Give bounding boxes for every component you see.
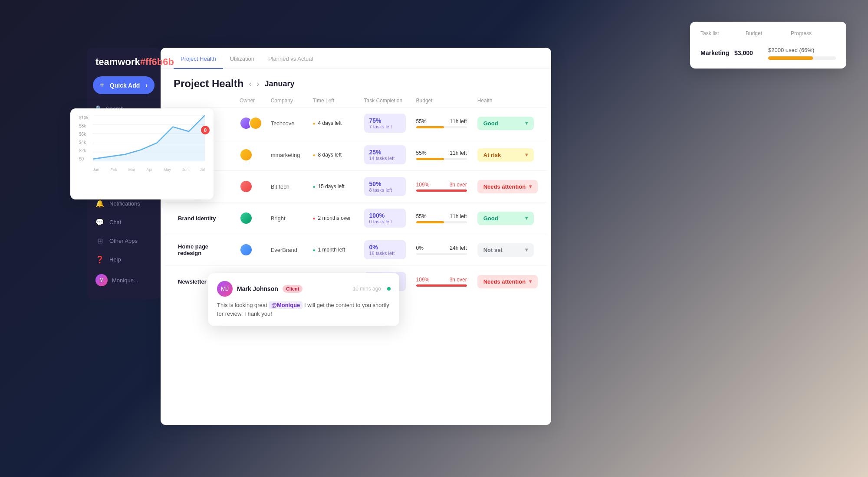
health-badge[interactable]: Needs attention▾ bbox=[477, 180, 538, 193]
plus-icon: + bbox=[100, 81, 105, 90]
task-pct: 25% bbox=[369, 149, 401, 156]
user-profile-row[interactable]: M Monique... bbox=[91, 270, 156, 291]
company-cell: Bit tech bbox=[266, 171, 308, 203]
task-sub: 16 tasks left bbox=[369, 251, 401, 256]
col-header-time: Time Left bbox=[307, 94, 358, 108]
budget-cell: 55% 11h left bbox=[411, 108, 472, 139]
budget-content: 55% 11h left bbox=[416, 118, 467, 128]
col-header-budget: Budget bbox=[411, 94, 472, 108]
logo-dot: #ff6b6b bbox=[140, 56, 174, 67]
project-name-cell: Home page redesign bbox=[165, 234, 234, 266]
task-completion-box: 100%0 tasks left bbox=[364, 209, 406, 228]
budget-top: 109% 3h over bbox=[416, 182, 467, 188]
task-sub: 7 tasks left bbox=[369, 124, 401, 129]
budget-bar-fill bbox=[416, 126, 444, 128]
chat-sender-avatar: MJ bbox=[217, 281, 233, 297]
tab-utilization[interactable]: Utilization bbox=[223, 48, 261, 69]
task-completion-box: 50%8 tasks left bbox=[364, 177, 406, 196]
time-dot: ● bbox=[312, 216, 315, 221]
health-label: Not set bbox=[483, 247, 503, 253]
budget-time: 24h left bbox=[450, 245, 467, 251]
task-pct: 0% bbox=[369, 244, 401, 251]
main-tabs: Project Health Utilization Planned vs Ac… bbox=[161, 48, 551, 69]
tooltip-budget-label: Budget bbox=[746, 30, 791, 36]
health-label: Good bbox=[483, 120, 498, 127]
y-label-2k: $2k bbox=[79, 148, 89, 153]
col-header-owner: Owner bbox=[234, 94, 266, 108]
budget-time: 11h left bbox=[450, 213, 467, 219]
tab-project-health[interactable]: Project Health bbox=[174, 48, 223, 69]
task-pct: 75% bbox=[369, 117, 401, 124]
chat-message-body: This is looking great @Monique I will ge… bbox=[217, 301, 391, 318]
app-logo: teamwork#ff6b6b bbox=[87, 56, 161, 76]
time-dot: ● bbox=[312, 184, 315, 189]
tab-planned-vs-actual[interactable]: Planned vs Actual bbox=[261, 48, 320, 69]
chat-mention[interactable]: @Monique bbox=[269, 301, 302, 309]
budget-content: 0% 24h left bbox=[416, 245, 467, 255]
company-cell: EverBrand bbox=[266, 234, 308, 266]
health-badge[interactable]: Good▾ bbox=[477, 212, 534, 225]
chart-area: $10k $8k $6k $4k $2k $0 Jan bbox=[79, 115, 205, 172]
budget-top: 55% 11h left bbox=[416, 150, 467, 156]
task-completion-cell: 25%14 tasks left bbox=[359, 139, 411, 171]
health-badge[interactable]: Needs attention▾ bbox=[477, 275, 538, 288]
sidebar-item-chat[interactable]: 💬 Chat bbox=[91, 214, 156, 231]
col-header-name bbox=[165, 94, 234, 108]
time-left-content: ●4 days left bbox=[312, 120, 353, 126]
task-sub: 8 tasks left bbox=[369, 187, 401, 193]
budget-progress-bar bbox=[416, 189, 467, 192]
health-label: Good bbox=[483, 215, 498, 222]
time-left-cell: ●4 days left bbox=[307, 108, 358, 139]
budget-time: 11h left bbox=[450, 118, 467, 124]
health-cell: Good▾ bbox=[472, 203, 547, 234]
health-badge[interactable]: Good▾ bbox=[477, 117, 534, 130]
chat-timestamp: 10 mins ago bbox=[353, 286, 381, 292]
y-label-6k: $6k bbox=[79, 132, 89, 137]
budget-cell: 0% 24h left bbox=[411, 234, 472, 266]
table-row: mmarketing●8 days left25%14 tasks left 5… bbox=[165, 139, 547, 171]
bell-icon: 🔔 bbox=[95, 199, 104, 208]
prev-month-button[interactable]: ‹ bbox=[249, 79, 251, 88]
y-label-10k: $10k bbox=[79, 115, 89, 120]
chat-text-before: This is looking great bbox=[217, 302, 269, 308]
company-cell: Bright bbox=[266, 203, 308, 234]
chevron-down-icon: ▾ bbox=[529, 183, 532, 189]
chat-header: MJ Mark Johnson Client 10 mins ago bbox=[217, 281, 391, 297]
col-header-health: Health bbox=[472, 94, 547, 108]
task-completion-cell: 0%16 tasks left bbox=[359, 234, 411, 266]
other-apps-label: Other Apps bbox=[109, 238, 138, 244]
time-left-content: ●2 months over bbox=[312, 215, 353, 221]
next-month-button[interactable]: › bbox=[256, 79, 259, 88]
budget-top: 55% 11h left bbox=[416, 118, 467, 124]
col-header-company: Company bbox=[266, 94, 308, 108]
task-completion-box: 0%16 tasks left bbox=[364, 240, 406, 259]
budget-content: 109% 3h over bbox=[416, 182, 467, 192]
owner-avatars bbox=[240, 117, 260, 130]
chevron-down-icon: ▾ bbox=[525, 247, 528, 253]
budget-top: 0% 24h left bbox=[416, 245, 467, 251]
owner-avatars bbox=[240, 212, 260, 225]
chevron-down-icon: ▾ bbox=[525, 152, 528, 158]
time-left-content: ●8 days left bbox=[312, 152, 353, 158]
sidebar-item-other-apps[interactable]: ⊞ Other Apps bbox=[91, 232, 156, 249]
y-label-0: $0 bbox=[79, 157, 89, 161]
time-left-value: 2 months over bbox=[318, 215, 351, 221]
budget-bar-fill bbox=[416, 221, 444, 223]
time-dot: ● bbox=[312, 121, 315, 126]
health-badge[interactable]: Not set▾ bbox=[477, 243, 534, 257]
quick-add-button[interactable]: + Quick Add › bbox=[93, 76, 155, 94]
notification-badge: 8 bbox=[201, 126, 210, 134]
budget-cell: 109% 3h over bbox=[411, 171, 472, 203]
budget-bar-fill bbox=[416, 284, 467, 287]
health-badge[interactable]: At risk▾ bbox=[477, 148, 534, 162]
company-cell: Techcove bbox=[266, 108, 308, 139]
time-left-value: 4 days left bbox=[318, 120, 342, 126]
health-label: At risk bbox=[483, 152, 501, 158]
sidebar-item-help[interactable]: ❓ Help bbox=[91, 251, 156, 268]
help-label: Help bbox=[109, 256, 121, 263]
budget-top: 55% 11h left bbox=[416, 213, 467, 219]
task-sub: 14 tasks left bbox=[369, 156, 401, 161]
chevron-down-icon: ▾ bbox=[529, 278, 532, 284]
budget-bar-fill bbox=[416, 189, 467, 192]
budget-cell: 55% 11h left bbox=[411, 203, 472, 234]
